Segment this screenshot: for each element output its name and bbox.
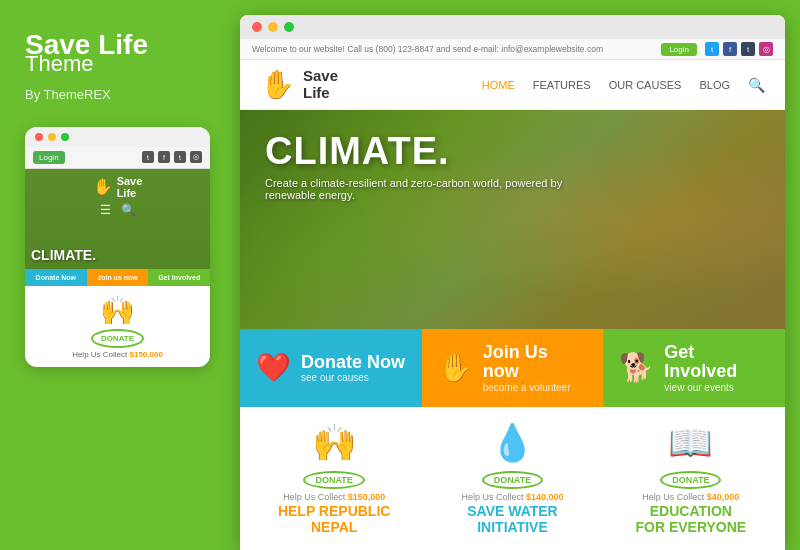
nav-search-icon[interactable]: 🔍: [748, 77, 765, 93]
mobile-tumblr-icon: t: [174, 151, 186, 163]
cause-water-title: SAVE WATERINITIATIVE: [438, 504, 586, 535]
nav-features-link[interactable]: FEATURES: [533, 79, 591, 91]
mobile-buttons-row: Donate Now Join us now Get Involved: [25, 269, 210, 286]
browser-dot-yellow: [268, 22, 278, 32]
mobile-logo-hand-icon: ✋: [93, 177, 113, 196]
nav-links: HOME FEATURES OUR CAUSES BLOG 🔍: [482, 77, 765, 93]
nav-home-link[interactable]: HOME: [482, 79, 515, 91]
cause-education-collect: Help Us Collect $40,000: [617, 492, 765, 502]
mobile-join-button[interactable]: Join us now: [87, 269, 149, 286]
cause-item-nepal: 🙌 DONATE Help Us Collect $150,000 HELP R…: [260, 422, 408, 535]
cause-item-water: 💧 DONATE Help Us Collect $140,000 SAVE W…: [438, 422, 586, 535]
mobile-login-button[interactable]: Login: [33, 151, 65, 164]
cause-nepal-title: HELP REPUBLICNEPAL: [260, 504, 408, 535]
cause-education-title: EDUCATIONFOR EVERYONE: [617, 504, 765, 535]
mobile-donate-section: 🙌 DONATE Help Us Collect $150,000: [25, 286, 210, 367]
nav-hand-icon: ✋: [260, 68, 295, 101]
mobile-donate-badge: DONATE: [91, 329, 144, 348]
mobile-top-bar: [25, 127, 210, 147]
cause-nepal-icon: 🙌: [260, 422, 408, 464]
mobile-social-icons: t f t ◎: [142, 151, 202, 163]
theme-author: By ThemeREX: [25, 87, 205, 102]
join-hand-icon: ✋: [438, 351, 473, 384]
browser-top-bar: [240, 15, 785, 39]
donate-btn-subtitle: see our causes: [301, 372, 405, 383]
join-btn-text: Join Us now become a volunteer: [483, 343, 588, 394]
donate-btn-text: Donate Now see our causes: [301, 353, 405, 384]
cause-item-education: 📖 DONATE Help Us Collect $40,000 EDUCATI…: [617, 422, 765, 535]
mobile-hero: ✋ SaveLife ☰ 🔍 CLIMATE.: [25, 169, 210, 269]
browser-dot-green: [284, 22, 294, 32]
browser-window: Welcome to our website! Call us (800) 12…: [240, 15, 785, 550]
mobile-get-involved-button[interactable]: Get Involved: [148, 269, 210, 286]
mobile-collect-text: Help Us Collect $150,000: [33, 350, 202, 359]
cause-education-icon: 📖: [617, 422, 765, 464]
join-btn-subtitle: become a volunteer: [483, 382, 588, 393]
mobile-twitter-icon: t: [142, 151, 154, 163]
top-bar-login-button[interactable]: Login: [661, 43, 697, 56]
donate-btn-title: Donate Now: [301, 353, 405, 373]
website-nav: ✋ SaveLife HOME FEATURES OUR CAUSES BLOG…: [240, 60, 785, 110]
get-involved-dog-icon: 🐕: [619, 351, 654, 384]
mobile-menu-bar: ☰ 🔍: [100, 203, 136, 217]
cta-buttons: ❤️ Donate Now see our causes ✋ Join Us n…: [240, 329, 785, 408]
cause-water-collect: Help Us Collect $140,000: [438, 492, 586, 502]
mobile-dot-green: [61, 133, 69, 141]
get-involved-button[interactable]: 🐕 Get Involved view our events: [603, 329, 785, 408]
cause-education-badge: DONATE: [660, 471, 721, 489]
nav-causes-link[interactable]: OUR CAUSES: [609, 79, 682, 91]
cause-nepal-amount: $150,000: [348, 492, 386, 502]
mobile-dot-yellow: [48, 133, 56, 141]
left-panel: Save Life Theme By ThemeREX Login t f t …: [0, 0, 230, 550]
instagram-icon[interactable]: ◎: [759, 42, 773, 56]
cause-water-icon: 💧: [438, 422, 586, 464]
nav-logo: ✋ SaveLife: [260, 68, 338, 101]
nav-blog-link[interactable]: BLOG: [699, 79, 730, 91]
cause-nepal-collect: Help Us Collect $150,000: [260, 492, 408, 502]
cause-water-amount: $140,000: [526, 492, 564, 502]
cause-water-badge: DONATE: [482, 471, 543, 489]
tumblr-icon[interactable]: t: [741, 42, 755, 56]
join-now-button[interactable]: ✋ Join Us now become a volunteer: [422, 329, 604, 408]
cause-nepal-badge: DONATE: [303, 471, 364, 489]
hero-section: CLIMATE. Create a climate-resilient and …: [240, 110, 785, 329]
mobile-logo-text: SaveLife: [117, 175, 143, 199]
donate-now-button[interactable]: ❤️ Donate Now see our causes: [240, 329, 422, 408]
hero-title: CLIMATE.: [265, 130, 760, 173]
join-btn-title: Join Us now: [483, 343, 588, 383]
twitter-icon[interactable]: t: [705, 42, 719, 56]
mobile-dot-red: [35, 133, 43, 141]
get-involved-btn-subtitle: view our events: [664, 382, 769, 393]
top-bar-right: Login t f t ◎: [661, 42, 773, 56]
mobile-nav-bar: Login t f t ◎: [25, 147, 210, 169]
mobile-hamburger-icon[interactable]: ☰: [100, 203, 111, 217]
website-top-bar: Welcome to our website! Call us (800) 12…: [240, 39, 785, 60]
mobile-hands-icon: 🙌: [33, 294, 202, 327]
cause-education-amount: $40,000: [707, 492, 740, 502]
browser-dot-red: [252, 22, 262, 32]
nav-logo-text: SaveLife: [303, 68, 338, 101]
mobile-mockup: Login t f t ◎ ✋ SaveLife ☰ 🔍 CLIMATE. Do…: [25, 127, 210, 367]
causes-section: 🙌 DONATE Help Us Collect $150,000 HELP R…: [240, 407, 785, 550]
facebook-icon[interactable]: f: [723, 42, 737, 56]
mobile-instagram-icon: ◎: [190, 151, 202, 163]
top-bar-social-icons: t f t ◎: [705, 42, 773, 56]
get-involved-btn-text: Get Involved view our events: [664, 343, 769, 394]
mobile-facebook-icon: f: [158, 151, 170, 163]
hero-subtitle: Create a climate-resilient and zero-carb…: [265, 177, 615, 201]
mobile-search-icon[interactable]: 🔍: [121, 203, 136, 217]
mobile-donate-button[interactable]: Donate Now: [25, 269, 87, 286]
hero-content: CLIMATE. Create a climate-resilient and …: [240, 110, 785, 216]
donate-heart-icon: ❤️: [256, 351, 291, 384]
mobile-hero-title: CLIMATE.: [31, 247, 96, 263]
mobile-hero-logo: ✋ SaveLife: [93, 175, 143, 199]
get-involved-btn-title: Get Involved: [664, 343, 769, 383]
top-bar-contact: Welcome to our website! Call us (800) 12…: [252, 44, 603, 54]
